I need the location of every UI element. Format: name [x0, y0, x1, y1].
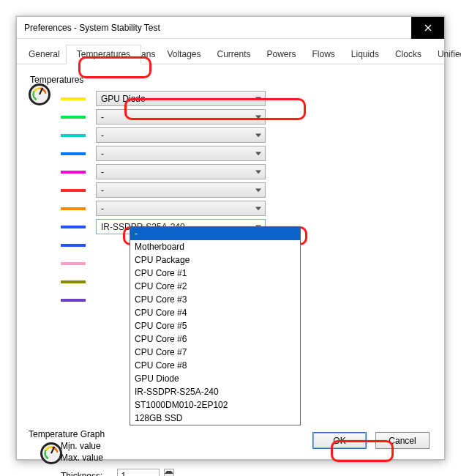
dropdown-option[interactable]: CPU Core #8	[130, 359, 300, 372]
gauge-icon	[29, 83, 50, 105]
tab-currents[interactable]: Currents	[211, 45, 256, 64]
tab-unified[interactable]: Unified	[432, 45, 461, 64]
color-swatch[interactable]	[61, 171, 86, 174]
close-button[interactable]	[411, 17, 444, 39]
dropdown-option[interactable]: CPU Core #2	[130, 280, 300, 293]
sensor-combo-5[interactable]: -	[96, 182, 266, 198]
ok-button[interactable]: OK	[312, 432, 367, 449]
max-value-row: Max. value	[61, 453, 432, 463]
color-swatch[interactable]	[61, 262, 86, 265]
sensor-combo-3[interactable]: -	[96, 146, 266, 161]
dropdown-option[interactable]: CPU Core #1	[130, 267, 300, 280]
color-swatch[interactable]	[61, 116, 86, 119]
tab-liquids[interactable]: Liquids	[345, 45, 385, 64]
chevron-down-icon	[255, 170, 261, 174]
sensor-combo-0[interactable]: GPU Diode	[96, 91, 266, 106]
sensor-combo-1[interactable]: -	[96, 109, 266, 124]
close-icon	[424, 24, 432, 31]
sensor-row: -	[29, 163, 432, 181]
window-title: Preferences - System Stability Test	[17, 23, 411, 33]
color-swatch[interactable]	[61, 134, 86, 137]
tab-cooling-fans[interactable]: ans	[141, 45, 157, 64]
chevron-down-icon	[255, 97, 261, 100]
sensor-row: -	[29, 199, 432, 217]
thickness-input[interactable]	[117, 469, 160, 476]
dropdown-option[interactable]: CPU Core #5	[130, 319, 300, 332]
chevron-down-icon	[255, 152, 261, 155]
group-title: Temperatures	[30, 75, 432, 85]
color-swatch[interactable]	[61, 207, 86, 210]
color-swatch[interactable]	[61, 244, 86, 247]
tab-flows[interactable]: Flows	[307, 45, 341, 64]
chevron-down-icon	[255, 207, 261, 210]
dialog-footer: OK Cancel	[312, 432, 430, 449]
color-swatch[interactable]	[61, 97, 86, 100]
dialog-window: Preferences - System Stability Test Gene…	[16, 16, 445, 460]
color-swatch[interactable]	[61, 189, 86, 192]
tab-clocks[interactable]: Clocks	[389, 45, 427, 64]
sensor-combo-4[interactable]: -	[96, 164, 266, 179]
gauge-icon	[40, 442, 62, 464]
thickness-row: Thickness:	[61, 469, 432, 476]
dialog-body: Temperatures GPU Diode - - -	[17, 64, 444, 476]
max-value-label: Max. value	[61, 453, 103, 463]
dropdown-option[interactable]: GPU Diode	[130, 372, 300, 385]
chevron-down-icon	[255, 188, 261, 192]
cancel-button[interactable]: Cancel	[375, 432, 430, 449]
chevron-down-icon	[255, 133, 261, 137]
color-swatch[interactable]	[61, 280, 86, 283]
sensor-combo-2[interactable]: -	[96, 127, 266, 143]
sensor-dropdown-open[interactable]: - Motherboard CPU Package CPU Core #1 CP…	[130, 226, 301, 425]
color-swatch[interactable]	[61, 152, 86, 155]
tab-temperatures[interactable]: Temperatures	[66, 45, 141, 64]
titlebar: Preferences - System Stability Test	[17, 17, 444, 39]
sensor-row: GPU Diode	[29, 89, 432, 108]
color-swatch[interactable]	[61, 299, 86, 302]
dropdown-option[interactable]: 128GB SSD	[130, 412, 300, 425]
dropdown-option[interactable]: ST1000DM010-2EP102	[130, 398, 300, 412]
dropdown-option[interactable]: IR-SSDPR-S25A-240	[130, 385, 300, 398]
dropdown-option[interactable]: CPU Core #7	[130, 346, 300, 359]
dropdown-option[interactable]: CPU Package	[130, 253, 300, 267]
spinner-up[interactable]	[165, 469, 173, 476]
tab-powers[interactable]: Powers	[261, 45, 302, 64]
sensor-combo-6[interactable]: -	[96, 201, 266, 216]
dropdown-option[interactable]: Motherboard	[130, 240, 300, 253]
min-value-label: Min. value	[61, 441, 101, 451]
tab-general[interactable]: General	[27, 45, 61, 64]
sensor-row: -	[29, 126, 432, 144]
color-swatch[interactable]	[61, 226, 86, 228]
dropdown-option[interactable]: CPU Core #3	[130, 293, 300, 306]
dropdown-option[interactable]: -	[130, 227, 300, 240]
thickness-label: Thickness:	[61, 471, 102, 476]
sensor-row: -	[29, 144, 432, 163]
chevron-down-icon	[255, 115, 261, 119]
sensor-row: -	[29, 181, 432, 199]
thickness-spinner[interactable]	[164, 469, 174, 476]
dropdown-option[interactable]: CPU Core #6	[130, 332, 300, 346]
tab-voltages[interactable]: Voltages	[161, 45, 206, 64]
tab-bar: General Temperatures ans Voltages Curren…	[17, 39, 444, 64]
dropdown-option[interactable]: CPU Core #4	[130, 306, 300, 319]
sensor-row: -	[29, 108, 432, 126]
